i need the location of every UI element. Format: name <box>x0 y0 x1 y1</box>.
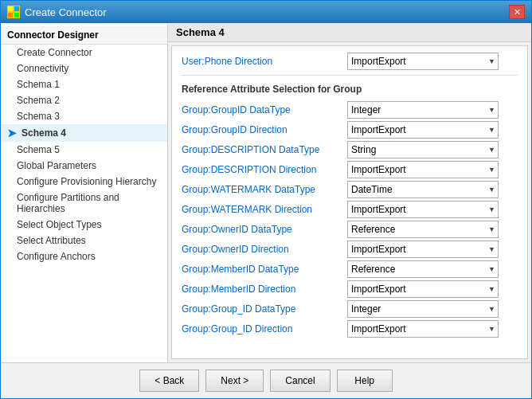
dropdown-group-group-id-direction[interactable]: ImportExportImportExportDisabled <box>347 320 499 338</box>
sidebar-item-label: Configure Provisioning Hierarchy <box>17 176 156 187</box>
dropdown-group-memberid-direction[interactable]: ImportExportImportExportDisabled <box>347 280 499 298</box>
main-window: Create Connector ✕ Connector Designer Cr… <box>0 0 532 399</box>
user-phone-label: User:Phone Direction <box>182 56 341 67</box>
dropdown-wrapper-group-watermark-datatype: IntegerStringDateTimeReferenceBooleanBin… <box>347 181 499 198</box>
title-bar-left: Create Connector <box>7 6 107 18</box>
row-group-ownerid-direction: Group:OwnerID DirectionImportExportImpor… <box>182 241 518 258</box>
sidebar-item-schema-3[interactable]: Schema 3 <box>1 108 167 124</box>
dropdown-wrapper-group-memberid-datatype: IntegerStringDateTimeReferenceBooleanBin… <box>347 260 499 278</box>
sidebar-item-label: Schema 4 <box>22 127 66 139</box>
dropdown-wrapper-group-groupid-direction: ImportExportImportExportDisabled <box>347 121 499 139</box>
dropdown-group-watermark-datatype[interactable]: IntegerStringDateTimeReferenceBooleanBin… <box>347 181 499 198</box>
sidebar-item-label: Configure Partitions and Hierarchies <box>17 192 161 214</box>
dropdown-wrapper-group-group-id-datatype: IntegerStringDateTimeReferenceBooleanBin… <box>347 300 499 318</box>
dropdown-wrapper-group-ownerid-direction: ImportExportImportExportDisabled <box>347 241 499 258</box>
row-label-group-memberid-direction: Group:MemberID Direction <box>182 284 341 295</box>
ref-section-title: Reference Attribute Selection for Group <box>182 82 518 96</box>
sidebar-items: Create ConnectorConnectivitySchema 1Sche… <box>1 45 167 264</box>
dropdown-group-watermark-direction[interactable]: ImportExportImportExportDisabled <box>347 201 499 218</box>
row-group-ownerid-datatype: Group:OwnerID DataTypeIntegerStringDateT… <box>182 221 518 238</box>
dropdown-group-group-id-datatype[interactable]: IntegerStringDateTimeReferenceBooleanBin… <box>347 300 499 318</box>
row-label-group-memberid-datatype: Group:MemberID DataType <box>182 264 341 275</box>
dropdown-wrapper-group-ownerid-datatype: IntegerStringDateTimeReferenceBooleanBin… <box>347 221 499 238</box>
sidebar-item-label: Create Connector <box>17 47 92 58</box>
sidebar-item-configure-partitions[interactable]: Configure Partitions and Hierarchies <box>1 190 167 217</box>
title-bar-controls: ✕ <box>509 5 525 19</box>
sidebar-item-label: Schema 1 <box>17 79 60 90</box>
row-group-memberid-direction: Group:MemberID DirectionImportExportImpo… <box>182 280 518 298</box>
title-bar: Create Connector ✕ <box>1 1 531 23</box>
panel-header: Schema 4 <box>168 23 531 42</box>
dropdown-group-groupid-datatype[interactable]: IntegerStringDateTimeReferenceBooleanBin… <box>347 101 499 119</box>
sidebar-item-label: Schema 2 <box>17 95 60 106</box>
sidebar-item-label: Global Parameters <box>17 160 96 171</box>
sidebar-item-label: Select Attributes <box>17 235 86 246</box>
sidebar-item-schema-1[interactable]: Schema 1 <box>1 76 167 92</box>
row-label-group-groupid-direction: Group:GroupID Direction <box>182 124 341 135</box>
row-label-group-group-id-datatype: Group:Group_ID DataType <box>182 303 341 315</box>
row-group-group-id-datatype: Group:Group_ID DataTypeIntegerStringDate… <box>182 300 518 318</box>
sidebar-item-schema-2[interactable]: Schema 2 <box>1 92 167 108</box>
row-label-group-description-datatype: Group:DESCRIPTION DataType <box>182 144 341 155</box>
back-button[interactable]: < Back <box>139 370 199 392</box>
dropdown-wrapper-group-group-id-direction: ImportExportImportExportDisabled <box>347 320 499 338</box>
dropdown-group-description-datatype[interactable]: IntegerStringDateTimeReferenceBooleanBin… <box>347 141 499 158</box>
right-panel: Schema 4 User:Phone Direction ImportExpo… <box>168 23 531 362</box>
user-phone-dropdown[interactable]: ImportExportImportExportDisabled <box>347 53 499 70</box>
sidebar-item-create-connector[interactable]: Create Connector <box>1 45 167 61</box>
dropdown-wrapper-group-description-datatype: IntegerStringDateTimeReferenceBooleanBin… <box>347 141 499 158</box>
sidebar-item-schema-5[interactable]: Schema 5 <box>1 142 167 158</box>
dropdown-group-ownerid-direction[interactable]: ImportExportImportExportDisabled <box>347 241 499 258</box>
row-group-groupid-datatype: Group:GroupID DataTypeIntegerStringDateT… <box>182 101 518 119</box>
next-button[interactable]: Next > <box>205 370 264 392</box>
close-button[interactable]: ✕ <box>509 5 525 19</box>
sidebar-item-schema-4[interactable]: ➤Schema 4 <box>1 124 167 142</box>
dropdown-wrapper-group-groupid-datatype: IntegerStringDateTimeReferenceBooleanBin… <box>347 101 499 119</box>
row-label-group-ownerid-direction: Group:OwnerID Direction <box>182 244 341 255</box>
dropdown-group-ownerid-datatype[interactable]: IntegerStringDateTimeReferenceBooleanBin… <box>347 221 499 238</box>
sidebar-item-global-parameters[interactable]: Global Parameters <box>1 158 167 174</box>
row-label-group-ownerid-datatype: Group:OwnerID DataType <box>182 224 341 235</box>
row-group-watermark-direction: Group:WATERMARK DirectionImportExportImp… <box>182 201 518 218</box>
sidebar-item-select-object-types[interactable]: Select Object Types <box>1 217 167 233</box>
sidebar-item-label: Connectivity <box>17 63 68 74</box>
svg-rect-3 <box>14 13 19 18</box>
sidebar-header: Connector Designer <box>1 26 167 45</box>
row-label-group-watermark-datatype: Group:WATERMARK DataType <box>182 184 341 195</box>
dropdown-wrapper-group-description-direction: ImportExportImportExportDisabled <box>347 161 499 178</box>
svg-rect-2 <box>8 13 13 18</box>
dropdown-group-memberid-datatype[interactable]: IntegerStringDateTimeReferenceBooleanBin… <box>347 260 499 278</box>
window-title: Create Connector <box>25 6 107 18</box>
sidebar-item-label: Configure Anchors <box>17 251 96 262</box>
app-icon <box>7 6 20 18</box>
sidebar-item-connectivity[interactable]: Connectivity <box>1 61 167 76</box>
dropdown-group-groupid-direction[interactable]: ImportExportImportExportDisabled <box>347 121 499 139</box>
row-label-group-watermark-direction: Group:WATERMARK Direction <box>182 204 341 215</box>
row-group-memberid-datatype: Group:MemberID DataTypeIntegerStringDate… <box>182 260 518 278</box>
sidebar-item-configure-anchors[interactable]: Configure Anchors <box>1 248 167 264</box>
separator <box>182 75 518 76</box>
row-group-description-direction: Group:DESCRIPTION DirectionImportExportI… <box>182 161 518 178</box>
sidebar-item-select-attributes[interactable]: Select Attributes <box>1 233 167 248</box>
sidebar-item-label: Select Object Types <box>17 219 102 230</box>
panel-body: User:Phone Direction ImportExportImportE… <box>171 45 528 359</box>
row-label-group-description-direction: Group:DESCRIPTION Direction <box>182 164 341 175</box>
row-label-group-groupid-datatype: Group:GroupID DataType <box>182 104 341 115</box>
row-group-groupid-direction: Group:GroupID DirectionImportExportImpor… <box>182 121 518 139</box>
user-phone-row: User:Phone Direction ImportExportImportE… <box>182 53 518 70</box>
sidebar-item-configure-provisioning[interactable]: Configure Provisioning Hierarchy <box>1 174 167 190</box>
sidebar-arrow-icon: ➤ <box>7 127 17 139</box>
svg-rect-0 <box>8 6 13 11</box>
cancel-button[interactable]: Cancel <box>270 370 330 392</box>
dropdown-wrapper-group-watermark-direction: ImportExportImportExportDisabled <box>347 201 499 218</box>
dropdown-group-description-direction[interactable]: ImportExportImportExportDisabled <box>347 161 499 178</box>
row-group-description-datatype: Group:DESCRIPTION DataTypeIntegerStringD… <box>182 141 518 158</box>
row-label-group-group-id-direction: Group:Group_ID Direction <box>182 323 341 334</box>
main-content: Connector Designer Create ConnectorConne… <box>1 23 531 362</box>
help-button[interactable]: Help <box>337 370 393 392</box>
bottom-bar: < Back Next > Cancel Help <box>1 362 531 398</box>
sidebar-item-label: Schema 3 <box>17 111 60 122</box>
row-group-watermark-datatype: Group:WATERMARK DataTypeIntegerStringDat… <box>182 181 518 198</box>
svg-rect-1 <box>14 6 19 11</box>
dropdown-wrapper-group-memberid-direction: ImportExportImportExportDisabled <box>347 280 499 298</box>
